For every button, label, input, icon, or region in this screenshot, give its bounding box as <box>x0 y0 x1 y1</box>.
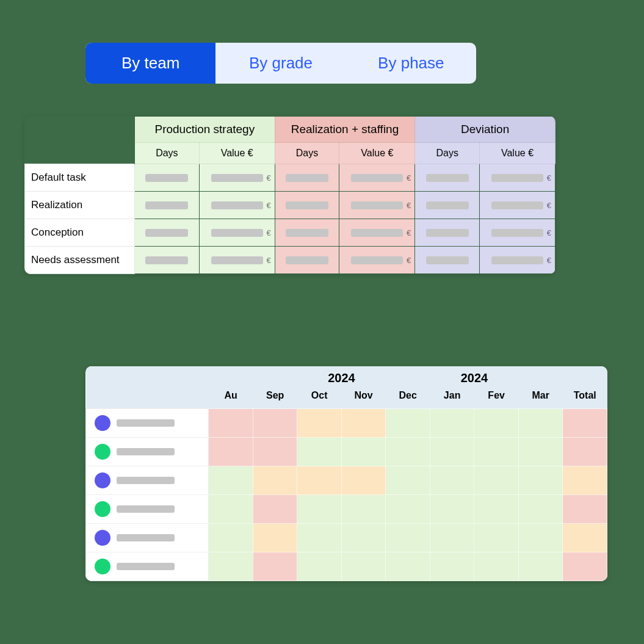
calendar-cell[interactable] <box>430 438 474 466</box>
calendar-cell[interactable] <box>341 438 386 466</box>
cell-days[interactable] <box>135 192 200 219</box>
calendar-cell[interactable] <box>209 438 253 466</box>
cell-days[interactable] <box>275 192 339 219</box>
cell-days[interactable] <box>275 219 339 247</box>
calendar-cell[interactable] <box>253 466 297 495</box>
cell-days[interactable] <box>415 164 480 192</box>
calendar-cell[interactable] <box>430 409 474 438</box>
calendar-cell[interactable] <box>341 552 386 581</box>
euro-icon: € <box>407 256 411 265</box>
placeholder-value <box>286 201 328 209</box>
tab-by-phase[interactable]: By phase <box>346 43 476 84</box>
cell-value[interactable]: € <box>199 219 275 247</box>
calendar-cell[interactable] <box>563 438 607 466</box>
calendar-cell[interactable] <box>297 409 342 438</box>
cell-days[interactable] <box>135 247 200 274</box>
calendar-cell[interactable] <box>518 524 563 552</box>
calendar-cell[interactable] <box>253 524 297 552</box>
calendar-cell[interactable] <box>563 524 607 552</box>
cell-value[interactable]: € <box>339 219 415 247</box>
calendar-cell[interactable] <box>386 466 430 495</box>
cell-value[interactable]: € <box>339 192 415 219</box>
calendar-cell[interactable] <box>209 409 253 438</box>
calendar-cell[interactable] <box>518 495 563 524</box>
calendar-cell[interactable] <box>386 438 430 466</box>
calendar-cell[interactable] <box>474 495 519 524</box>
calendar-cell[interactable] <box>386 552 430 581</box>
cell-days[interactable] <box>135 219 200 247</box>
tab-by-grade[interactable]: By grade <box>215 43 346 84</box>
cell-days[interactable] <box>275 247 339 274</box>
calendar-cell[interactable] <box>297 438 342 466</box>
calendar-cell[interactable] <box>518 552 563 581</box>
calendar-cell[interactable] <box>209 495 253 524</box>
calendar-cell[interactable] <box>297 466 342 495</box>
calendar-cell[interactable] <box>386 495 430 524</box>
calendar-cell[interactable] <box>253 552 297 581</box>
calendar-cell[interactable] <box>341 409 386 438</box>
cell-days[interactable] <box>415 192 480 219</box>
cell-value[interactable]: € <box>480 247 555 274</box>
row-person[interactable] <box>86 466 209 495</box>
cell-value[interactable]: € <box>339 164 415 192</box>
summary-table: Production strategy Realization + staffi… <box>24 116 555 274</box>
calendar-cell[interactable] <box>563 495 607 524</box>
calendar-cell[interactable] <box>341 524 386 552</box>
calendar-cell[interactable] <box>430 495 474 524</box>
cell-days[interactable] <box>415 247 480 274</box>
calendar-cell[interactable] <box>563 409 607 438</box>
calendar-row <box>86 495 607 524</box>
cell-value[interactable]: € <box>199 164 275 192</box>
calendar-cell[interactable] <box>297 495 342 524</box>
calendar-cell[interactable] <box>518 438 563 466</box>
calendar-cell[interactable] <box>209 552 253 581</box>
calendar-cell[interactable] <box>253 438 297 466</box>
calendar-cell[interactable] <box>563 552 607 581</box>
placeholder-value <box>211 229 263 237</box>
calendar-cell[interactable] <box>297 552 342 581</box>
cell-days[interactable] <box>135 164 200 192</box>
calendar-cell[interactable] <box>341 495 386 524</box>
cell-value[interactable]: € <box>480 164 555 192</box>
row-person[interactable] <box>86 552 209 581</box>
avatar-icon <box>95 472 110 488</box>
calendar-cell[interactable] <box>386 409 430 438</box>
calendar-cell[interactable] <box>386 524 430 552</box>
month-header: Fev <box>474 386 519 409</box>
cell-value[interactable]: € <box>339 247 415 274</box>
calendar-cell[interactable] <box>518 409 563 438</box>
calendar-cell[interactable] <box>474 409 519 438</box>
cell-value[interactable]: € <box>480 192 555 219</box>
calendar-cell[interactable] <box>209 466 253 495</box>
calendar-cell[interactable] <box>430 524 474 552</box>
row-person[interactable] <box>86 409 209 438</box>
cell-days[interactable] <box>275 164 339 192</box>
calendar-cell[interactable] <box>209 524 253 552</box>
calendar-cell[interactable] <box>297 524 342 552</box>
tab-by-team[interactable]: By team <box>85 43 215 84</box>
calendar-cell[interactable] <box>518 466 563 495</box>
placeholder-value <box>286 256 328 264</box>
calendar-row <box>86 524 607 552</box>
euro-icon: € <box>266 201 270 210</box>
calendar-cell[interactable] <box>253 495 297 524</box>
calendar-cell[interactable] <box>253 409 297 438</box>
calendar-cell[interactable] <box>474 552 519 581</box>
calendar-cell[interactable] <box>474 466 519 495</box>
calendar-cell[interactable] <box>474 524 519 552</box>
calendar-cell[interactable] <box>430 552 474 581</box>
year-label-right: 2024 <box>386 366 563 386</box>
cell-value[interactable]: € <box>199 192 275 219</box>
cell-days[interactable] <box>415 219 480 247</box>
row-person[interactable] <box>86 495 209 524</box>
calendar-cell[interactable] <box>474 438 519 466</box>
calendar-cell[interactable] <box>430 466 474 495</box>
cell-value[interactable]: € <box>199 247 275 274</box>
row-label: Realization <box>25 192 135 219</box>
row-person[interactable] <box>86 524 209 552</box>
calendar-cell[interactable] <box>563 466 607 495</box>
cell-value[interactable]: € <box>480 219 555 247</box>
calendar-cell[interactable] <box>341 466 386 495</box>
row-person[interactable] <box>86 438 209 466</box>
calendar-row <box>86 409 607 438</box>
